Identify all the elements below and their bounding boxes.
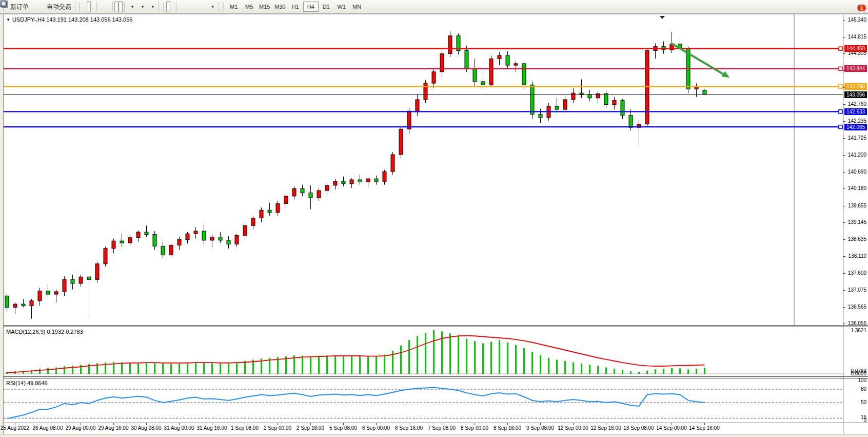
panel-separator[interactable] bbox=[4, 378, 868, 378]
equidistant-channel-button[interactable]: E bbox=[190, 1, 194, 12]
timeframe-button-D1[interactable]: D1 bbox=[319, 2, 334, 12]
line-chart-button[interactable] bbox=[91, 1, 95, 12]
price-axis[interactable]: 145.340144.815144.305143.790143.275142.7… bbox=[843, 14, 868, 434]
candle-down bbox=[473, 68, 477, 81]
macd-histogram-bar bbox=[696, 369, 697, 374]
text-label-button[interactable]: T bbox=[203, 1, 207, 12]
candle-up bbox=[325, 185, 329, 191]
panel-separator[interactable] bbox=[4, 325, 868, 326]
indicators-button[interactable]: ▼ bbox=[126, 1, 136, 12]
zoom-in-button[interactable] bbox=[98, 1, 103, 12]
candle-down bbox=[621, 100, 624, 115]
macd-histogram-bar bbox=[154, 363, 155, 374]
notification-badge: 1 bbox=[857, 4, 866, 12]
timeframe-button-M30[interactable]: M30 bbox=[272, 2, 288, 12]
line-anchor[interactable] bbox=[839, 85, 842, 88]
price-axis-label: 140.180 bbox=[848, 185, 866, 191]
price-axis-label: 138.110 bbox=[849, 253, 866, 259]
macd-histogram-bar bbox=[589, 365, 590, 374]
text-button[interactable]: A bbox=[199, 1, 203, 12]
auto-scroll-button[interactable] bbox=[114, 1, 119, 12]
mql5-community-button[interactable] bbox=[35, 1, 39, 12]
price-axis-label: 139.145 bbox=[848, 219, 866, 225]
time-axis-label: 12 Sep 16:00 bbox=[590, 425, 621, 431]
templates-caret: ▼ bbox=[151, 5, 155, 9]
line-anchor[interactable] bbox=[839, 67, 842, 70]
time-axis-label: 6 Sep 00:00 bbox=[362, 425, 390, 431]
macd-histogram-bar bbox=[367, 356, 369, 374]
macd-histogram-bar bbox=[47, 368, 49, 374]
candle-up bbox=[235, 235, 239, 244]
zoom-out-button[interactable] bbox=[103, 1, 107, 12]
macd-histogram-bar bbox=[236, 363, 238, 374]
candle-down bbox=[604, 93, 608, 104]
toolbar-grip[interactable] bbox=[222, 2, 225, 11]
line-anchor[interactable] bbox=[839, 47, 842, 50]
panel-separator[interactable] bbox=[4, 376, 868, 377]
candle-down bbox=[46, 291, 50, 294]
metaeditor-button[interactable] bbox=[31, 1, 35, 12]
periods-button[interactable]: ▼ bbox=[136, 1, 147, 12]
macd-histogram-bar bbox=[400, 346, 402, 374]
main-chart-panel[interactable] bbox=[4, 14, 843, 325]
timeframe-button-M15[interactable]: M15 bbox=[257, 2, 272, 12]
time-axis-label: 5 Sep 08:00 bbox=[329, 425, 357, 431]
timeframe-button-M5[interactable]: M5 bbox=[242, 2, 257, 12]
rsi-panel[interactable] bbox=[4, 378, 843, 423]
bar-chart-button[interactable] bbox=[83, 1, 87, 12]
timeframe-button-H1[interactable]: H1 bbox=[288, 2, 303, 12]
timeframe-button-H4[interactable]: H4 bbox=[303, 2, 319, 12]
new-order-button[interactable]: 新订单 bbox=[7, 1, 31, 12]
macd-histogram-bar bbox=[302, 355, 303, 374]
candle-up bbox=[391, 155, 394, 172]
bid-price-badge: 143.056 bbox=[844, 91, 867, 98]
macd-histogram-bar bbox=[687, 369, 689, 374]
candle-up bbox=[284, 196, 288, 204]
candle-up bbox=[432, 72, 436, 83]
time-axis[interactable]: 25 Aug 202226 Aug 08:0029 Aug 00:0029 Au… bbox=[4, 423, 868, 434]
toolbar-grip[interactable] bbox=[78, 2, 81, 11]
horizontal-line-button[interactable] bbox=[182, 1, 186, 12]
price-badge-144.458: 144.458 bbox=[844, 45, 867, 52]
candle-up bbox=[292, 188, 296, 196]
rsi-axis-label: 50 bbox=[861, 400, 866, 405]
candle-up bbox=[169, 245, 173, 255]
candlestick-chart-button[interactable] bbox=[87, 1, 91, 12]
macd-histogram-bar bbox=[490, 342, 492, 374]
fibonacci-button[interactable]: F bbox=[194, 1, 199, 12]
arrow-annotation[interactable] bbox=[671, 43, 724, 74]
one-click-trading-arrow-icon[interactable]: ▼ bbox=[6, 17, 10, 22]
trendline-button[interactable] bbox=[186, 1, 190, 12]
macd-histogram-bar bbox=[638, 372, 640, 374]
timeframe-button-MN[interactable]: MN bbox=[349, 2, 365, 12]
timeframe-button-M1[interactable]: M1 bbox=[226, 2, 242, 12]
timeframe-button-W1[interactable]: W1 bbox=[334, 2, 349, 12]
candle-down bbox=[153, 234, 156, 246]
macd-histogram-bar bbox=[614, 369, 615, 374]
autotrading-button[interactable]: 自动交易 bbox=[43, 1, 73, 12]
macd-histogram-bar bbox=[482, 344, 484, 374]
line-anchor[interactable] bbox=[839, 110, 842, 113]
vertical-line-button[interactable] bbox=[178, 1, 182, 12]
axis-tick bbox=[843, 256, 845, 257]
chart-shift-button[interactable] bbox=[119, 1, 123, 12]
crosshair-button[interactable] bbox=[170, 1, 174, 12]
macd-panel[interactable] bbox=[4, 327, 843, 376]
candle-up bbox=[128, 238, 132, 243]
arrows-button[interactable]: ▼ bbox=[207, 1, 217, 12]
templates-button[interactable]: ▼ bbox=[147, 1, 157, 12]
time-axis-label: 29 Aug 16:00 bbox=[98, 425, 129, 431]
macd-histogram-bar bbox=[515, 345, 517, 374]
rsi-axis-label: 80 bbox=[861, 386, 866, 392]
macd-histogram-bar bbox=[466, 338, 467, 374]
signals-button[interactable] bbox=[39, 1, 43, 12]
candle-up bbox=[194, 231, 198, 234]
shift-marker-icon[interactable] bbox=[660, 16, 665, 19]
tile-windows-button[interactable] bbox=[107, 1, 111, 12]
cursor-button[interactable] bbox=[166, 1, 170, 12]
toolbar-grip[interactable] bbox=[162, 2, 165, 11]
panel-separator[interactable] bbox=[4, 327, 868, 327]
line-anchor[interactable] bbox=[839, 125, 842, 129]
price-badge-143.844: 143.844 bbox=[844, 65, 867, 72]
macd-histogram-bar bbox=[129, 363, 131, 374]
